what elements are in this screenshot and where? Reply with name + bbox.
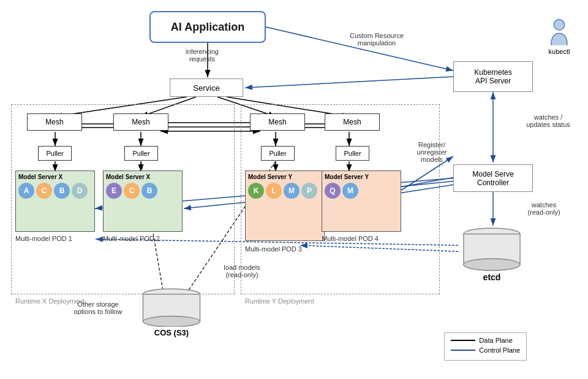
diagram-container: AI Application Service inferencing reque… (0, 0, 588, 379)
pod2-model-c: C (124, 183, 140, 199)
pod3-models: K L M P (248, 183, 317, 199)
legend-data-plane: Data Plane (451, 337, 520, 344)
pod2-models: E C B (106, 183, 157, 199)
pod2-label: Multi-model POD 2 (103, 235, 160, 242)
pod1-label: Multi-model POD 1 (15, 235, 72, 242)
legend-control-plane: Control Plane (451, 346, 520, 354)
watches-readonly-label: watches (read-only) (516, 201, 571, 216)
pod4-model-m: M (342, 183, 358, 199)
pod3-model-l: L (266, 183, 282, 199)
etcd-label: etcd (483, 272, 501, 282)
pod1-model-a: A (18, 183, 34, 199)
other-storage-label: Other storage options to follow (61, 301, 135, 315)
legend-data-line (451, 340, 475, 341)
cos-label: COS (S3) (154, 328, 189, 337)
pod1-models: A C B D (18, 183, 88, 199)
kubectl-label: kubectl (549, 48, 570, 55)
pod2-server-label: Model Server X (106, 174, 150, 180)
k8s-label: Kubernetes API Server (474, 68, 511, 85)
etcd-box: etcd (458, 227, 526, 282)
load-models-label: load models (read-only) (208, 264, 276, 278)
watches-updates-text: watches / updates status (526, 113, 570, 128)
pod4-model-server: Model Server Y Q M (322, 170, 401, 232)
legend-control-line (451, 350, 475, 351)
svg-point-40 (464, 259, 520, 270)
pod3-server-label: Model Server Y (248, 174, 292, 180)
pod1-model-b: B (54, 183, 70, 199)
pod3-model-k: K (248, 183, 264, 199)
svg-point-37 (554, 20, 564, 30)
svg-point-43 (143, 316, 200, 327)
etcd-cylinder-svg (461, 227, 522, 271)
runtime-y-label: Runtime Y Deployment (245, 297, 314, 305)
pod1-server-label: Model Server X (18, 174, 62, 180)
model-serve-label: Model Serve Controller (472, 170, 513, 187)
inferencing-label: inferencing requests (178, 48, 227, 63)
pod3-label: Multi-model POD 3 (245, 245, 302, 253)
model-serve-controller-box: Model Serve Controller (453, 164, 533, 192)
pod2-model-server: Model Server X E C B (103, 170, 183, 232)
inferencing-text: inferencing requests (186, 48, 219, 63)
cos-box: COS (S3) (138, 288, 205, 337)
pod3-model-p: P (301, 183, 317, 199)
custom-resource-label: Custom Resource manipulation (331, 32, 423, 47)
cos-cylinder-svg (141, 288, 202, 327)
pod2-puller: Puller (124, 146, 158, 161)
pod3-mesh: Mesh (250, 113, 305, 131)
pod1-model-c: C (36, 183, 52, 199)
pod4-mesh: Mesh (325, 113, 380, 131)
watches-updates-label: watches / updates status (518, 113, 579, 128)
pod2-model-e: E (106, 183, 122, 199)
pod2-model-b: B (141, 183, 157, 199)
ai-app-label: AI Application (171, 21, 244, 34)
pod4-label: Multi-model POD 4 (322, 235, 379, 242)
pod1-mesh: Mesh (27, 113, 82, 131)
pod3-model-m: M (284, 183, 300, 199)
pod1-model-d: D (72, 183, 88, 199)
legend-box: Data Plane Control Plane (444, 332, 527, 361)
pod4-models: Q M (325, 183, 358, 199)
service-label: Service (193, 83, 219, 93)
load-models-text: load models (read-only) (224, 264, 260, 278)
ai-app-box: AI Application (149, 11, 266, 43)
pod4-server-label: Model Server Y (325, 174, 369, 180)
custom-resource-text: Custom Resource manipulation (350, 32, 404, 47)
pod4-puller: Puller (336, 146, 369, 161)
pod4-model-q: Q (325, 183, 341, 199)
pod3-model-server: Model Server Y K L M P (245, 170, 325, 241)
pod3-puller: Puller (261, 146, 295, 161)
service-box: Service (170, 78, 243, 97)
pod1-puller: Puller (38, 146, 72, 161)
other-storage-text: Other storage options to follow (74, 301, 123, 315)
pod2-mesh: Mesh (113, 113, 168, 131)
person-icon (548, 18, 570, 48)
kubectl-person: kubectl (548, 18, 570, 55)
legend-control-label: Control Plane (479, 346, 520, 354)
watches-readonly-text: watches (read-only) (527, 201, 560, 216)
svg-line-24 (245, 77, 453, 88)
legend-data-label: Data Plane (479, 337, 512, 344)
k8s-box: Kubernetes API Server (453, 61, 533, 92)
pod1-model-server: Model Server X A C B D (15, 170, 95, 232)
